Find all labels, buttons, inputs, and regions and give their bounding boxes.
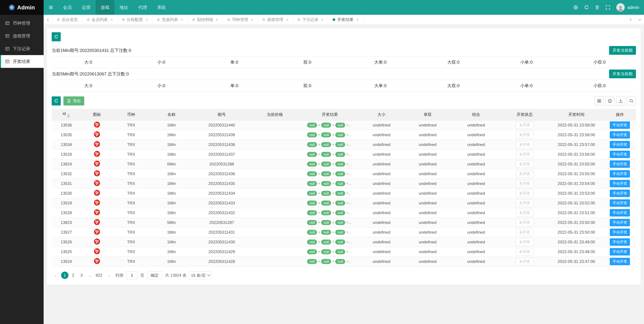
manual-draw-button[interactable]: 手动开奖	[610, 160, 630, 168]
tab-scroll-left-button[interactable]	[44, 15, 53, 25]
page-button[interactable]: 922	[95, 272, 103, 279]
tab[interactable]: 开奖结果 ×	[328, 15, 363, 25]
close-icon[interactable]: ×	[216, 18, 218, 22]
tab[interactable]: 币种管理 ×	[223, 15, 258, 25]
close-icon[interactable]: ×	[356, 18, 358, 22]
panel-title: 当前5Min期号:20220613067 总下注数:0	[52, 71, 129, 77]
tab[interactable]: 划转明细 ×	[188, 15, 223, 25]
tab-menu-button[interactable]	[635, 15, 644, 25]
manual-draw-button[interactable]: 手动开奖	[610, 199, 630, 207]
cell-icon	[81, 179, 113, 188]
cell-combo: undefined	[452, 179, 500, 188]
nav-item[interactable]: 地址	[114, 0, 133, 15]
status-badge: 未开奖	[516, 248, 534, 256]
avatar[interactable]	[616, 3, 625, 12]
nav-item[interactable]: 游戏	[96, 0, 114, 15]
manual-draw-button[interactable]: 手动开奖	[610, 180, 630, 187]
cell-combo: undefined	[452, 120, 500, 130]
tab[interactable]: 后台首页 ×	[53, 15, 82, 25]
cell-price	[250, 159, 300, 169]
plus-separator: +	[332, 181, 334, 186]
manual-draw-button[interactable]: 手动开奖	[610, 151, 630, 158]
nav-item[interactable]: 系统	[152, 0, 171, 15]
clear-cache-button[interactable]	[592, 0, 602, 15]
close-icon[interactable]: ×	[286, 18, 288, 22]
next-page-button[interactable]: ›	[106, 272, 113, 279]
table-refresh-button[interactable]	[52, 96, 61, 106]
stats-5min: 大:0小:0单:0双:0大单:0大双:0小单:0小双:0	[52, 83, 636, 89]
refresh-button[interactable]	[582, 0, 592, 15]
tab[interactable]: 会员列表 ×	[82, 15, 118, 25]
sidebar-item[interactable]: 币种管理	[0, 17, 44, 30]
panel-5min-title-row: 当前5Min期号:20220613067 总下注数:0 开奖当前期	[52, 68, 636, 80]
close-icon[interactable]: ×	[146, 18, 148, 22]
manual-draw-button[interactable]: 手动开奖	[610, 209, 630, 216]
cell-combo: undefined	[452, 257, 500, 266]
goto-page-input[interactable]	[126, 271, 138, 279]
page-button[interactable]: …	[86, 272, 94, 279]
cell-coin: TRX	[113, 169, 149, 179]
print-button[interactable]	[606, 96, 614, 106]
manual-draw-button[interactable]: 手动开奖	[610, 131, 630, 139]
print-icon	[608, 99, 612, 103]
tab-dot	[57, 18, 60, 21]
sidebar-item[interactable]: 开奖结果	[0, 55, 44, 68]
nav-item[interactable]: 运营	[77, 0, 96, 15]
nav-item[interactable]: 会员	[58, 0, 77, 15]
username[interactable]: admin	[628, 5, 639, 10]
cell-result: null+null+null=...	[300, 149, 360, 159]
cell-id: 13530	[52, 188, 81, 198]
manual-draw-button[interactable]: 手动开奖	[610, 229, 630, 236]
plus-separator: +	[332, 152, 334, 156]
draw-current-button-1min[interactable]: 开奖当前期	[609, 46, 636, 55]
collapse-menu-button[interactable]	[44, 0, 58, 15]
download-button[interactable]	[616, 96, 625, 106]
stat: 小双:0	[563, 59, 636, 65]
col-header-id[interactable]: id	[52, 109, 81, 120]
manual-draw-button[interactable]: 手动开奖	[610, 121, 630, 129]
status-badge: 未开奖	[516, 170, 534, 178]
manual-draw-button[interactable]: 手动开奖	[610, 141, 630, 148]
cell-issue: 20220531287	[194, 218, 250, 227]
prev-page-button[interactable]: ‹	[52, 272, 59, 279]
close-icon[interactable]: ×	[251, 18, 253, 22]
result-suffix: =...	[346, 240, 351, 244]
panels-refresh-button[interactable]	[52, 32, 61, 41]
close-icon[interactable]: ×	[110, 18, 113, 22]
fullscreen-button[interactable]	[603, 0, 613, 15]
manual-draw-button[interactable]: 手动开奖	[610, 248, 630, 255]
cell-icon	[81, 140, 113, 149]
result-null-badge: null	[335, 220, 345, 225]
page-size-select[interactable]: 15 条/页	[189, 271, 212, 279]
globe-button[interactable]	[571, 0, 581, 15]
search-button[interactable]	[627, 96, 636, 106]
nav-item[interactable]: 代理	[133, 0, 152, 15]
manual-draw-button[interactable]: 手动开奖	[610, 219, 630, 226]
confirm-button[interactable]: 确定	[147, 271, 162, 279]
sidebar-item[interactable]: 下注记录	[0, 42, 44, 55]
trx-icon	[94, 141, 100, 147]
page-button[interactable]: 1	[61, 272, 68, 279]
result-suffix: =...	[346, 191, 351, 195]
sort-icons[interactable]	[67, 114, 70, 118]
manual-draw-button[interactable]: 手动开奖	[610, 258, 630, 265]
columns-button[interactable]	[595, 96, 604, 106]
tab-scroll-right-button[interactable]	[626, 15, 635, 25]
export-button[interactable]: 导出	[64, 96, 84, 106]
tabs: 后台首页 × 会员列表 × 分组配置 × 充值列表 × 划转明细	[53, 15, 626, 25]
cell-id: 13824	[52, 159, 81, 169]
tab[interactable]: 游戏管理 ×	[258, 15, 293, 25]
manual-draw-button[interactable]: 手动开奖	[610, 190, 630, 197]
manual-draw-button[interactable]: 手动开奖	[610, 238, 630, 246]
page-button[interactable]: 3	[78, 272, 85, 279]
close-icon[interactable]: ×	[321, 18, 324, 22]
page-button[interactable]: 2	[70, 272, 77, 279]
sidebar-item[interactable]: 游戏管理	[0, 30, 44, 42]
tab[interactable]: 分组配置 ×	[118, 15, 153, 25]
manual-draw-button[interactable]: 手动开奖	[610, 170, 630, 178]
cell-price	[250, 120, 300, 130]
close-icon[interactable]: ×	[180, 18, 183, 22]
tab[interactable]: 下注记录 ×	[293, 15, 328, 25]
draw-current-button-5min[interactable]: 开奖当前期	[609, 70, 636, 78]
tab[interactable]: 充值列表 ×	[153, 15, 188, 25]
